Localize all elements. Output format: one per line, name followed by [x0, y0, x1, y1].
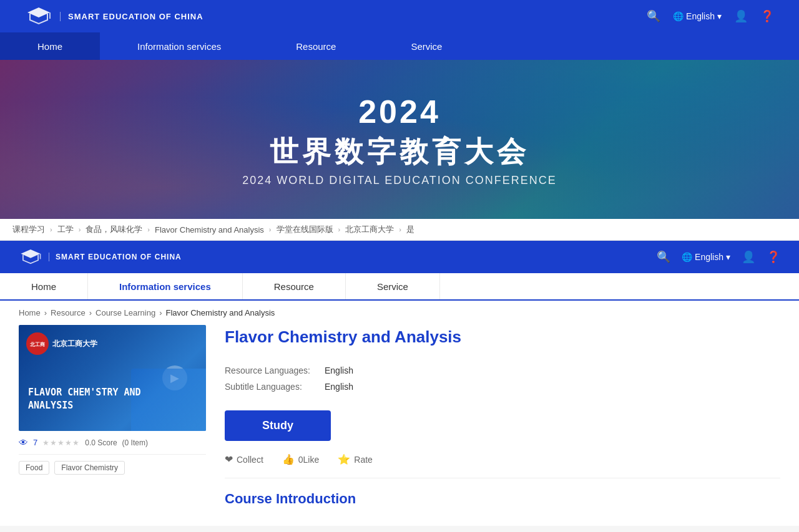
thumbnail-title-line1: FLAVOR CHEM'STRY AND	[28, 386, 141, 399]
bc-item-5[interactable]: 北京工商大学	[345, 224, 394, 235]
svg-text:北工商: 北工商	[29, 341, 45, 347]
hero-subtitle: 2024 WORLD DIGITAL EDUCATION CONFERENCE	[242, 173, 557, 186]
globe-icon: 🌐	[673, 11, 684, 21]
user-icon[interactable]: 👤	[734, 9, 748, 23]
breadcrumb-home[interactable]: Home	[19, 308, 41, 317]
university-badge: 北工商 北京工商大学	[26, 332, 97, 355]
collect-action[interactable]: ❤ Collect	[225, 453, 263, 465]
logo-area: SMART EDUCATION OF CHINA	[25, 2, 203, 30]
course-thumbnail-image: 北工商 北京工商大学 ▶ FLAVOR CHEM'STRY AND ANALYS…	[19, 325, 206, 431]
second-logo: SMART EDUCATION OF CHINA	[19, 245, 182, 269]
bc-item-2[interactable]: 食品，风味化学	[86, 224, 142, 235]
bc-sep-3: ›	[269, 226, 272, 233]
page-breadcrumb: Home › Resource › Course Learning › Flav…	[0, 301, 799, 325]
rate-action[interactable]: ⭐ Rate	[338, 453, 373, 465]
header-right: 🔍 🌐 English ▾ 👤 ❓	[647, 9, 774, 23]
meta-views-row: 👁 7 ★★★★★ 0.0 Score (0 Item)	[19, 437, 206, 448]
bc-item-4[interactable]: 学堂在线国际版	[277, 224, 333, 235]
second-user-icon[interactable]: 👤	[742, 250, 755, 264]
resource-languages-row: Resource Languages: English	[225, 365, 780, 375]
action-row: ❤ Collect 👍 0Like ⭐ Rate	[225, 453, 780, 478]
star-rating: ★★★★★	[42, 438, 80, 447]
logo-icon	[25, 2, 52, 30]
hero-title-chinese: 世界数字教育大会	[242, 132, 557, 171]
tag-food[interactable]: Food	[19, 461, 49, 475]
second-site-name: SMART EDUCATION OF CHINA	[49, 253, 182, 261]
resource-languages-value: English	[325, 365, 353, 375]
dropdown-arrow: ▾	[717, 11, 722, 21]
score-count: (0 Item)	[122, 438, 148, 447]
category-breadcrumb-bar: 课程学习 › 工学 › 食品，风味化学 › Flavor Chemistry a…	[0, 219, 799, 241]
breadcrumb-sep-2: ›	[159, 308, 162, 317]
subtitle-languages-label: Subtitle Languages:	[225, 382, 325, 392]
collect-label: Collect	[237, 455, 263, 465]
like-icon: 👍	[282, 453, 295, 465]
view-count: 7	[33, 438, 37, 447]
second-nav-home[interactable]: Home	[0, 273, 88, 299]
university-name: 北京工商大学	[52, 339, 97, 349]
course-title: Flavor Chemistry and Analysis	[225, 327, 780, 347]
second-help-icon[interactable]: ❓	[767, 250, 780, 264]
breadcrumb-current: Flavor Chemistry and Analysis	[165, 308, 275, 317]
second-search-icon[interactable]: 🔍	[657, 250, 670, 264]
second-nav: Home Information services Resource Servi…	[0, 273, 799, 301]
top-nav: Home Information services Resource Servi…	[0, 32, 799, 60]
main-content: 北工商 北京工商大学 ▶ FLAVOR CHEM'STRY AND ANALYS…	[0, 325, 799, 526]
thumbnail-title-line2: ANALYSIS	[28, 399, 141, 412]
eye-icon: 👁	[19, 437, 28, 448]
second-nav-information-services[interactable]: Information services	[88, 273, 243, 299]
second-nav-service[interactable]: Service	[346, 273, 440, 299]
subtitle-languages-row: Subtitle Languages: English	[225, 382, 780, 392]
svg-marker-1	[27, 7, 50, 17]
top-header: SMART EDUCATION OF CHINA 🔍 🌐 English ▾ 👤…	[0, 0, 799, 32]
second-header-right: 🔍 🌐 English ▾ 👤 ❓	[657, 250, 780, 264]
second-dropdown-arrow: ▾	[726, 252, 730, 262]
heart-icon: ❤	[225, 453, 233, 465]
language-selector[interactable]: 🌐 English ▾	[673, 11, 722, 21]
site-name: SMART EDUCATION OF CHINA	[60, 12, 203, 21]
second-language-selector[interactable]: 🌐 English ▾	[682, 252, 730, 262]
bc-sep-0: ›	[50, 226, 52, 233]
university-logo: 北工商	[26, 332, 49, 355]
bc-sep-2: ›	[147, 226, 150, 233]
hero-year: 2024	[242, 92, 557, 130]
course-intro-heading: Course Introduction	[225, 491, 780, 507]
second-header: SMART EDUCATION OF CHINA 🔍 🌐 English ▾ 👤…	[0, 241, 799, 273]
nav-home[interactable]: Home	[0, 32, 100, 60]
lang-label: English	[686, 11, 715, 21]
course-detail-panel: Flavor Chemistry and Analysis Resource L…	[225, 325, 780, 507]
breadcrumb-resource[interactable]: Resource	[51, 308, 86, 317]
second-nav-resource[interactable]: Resource	[243, 273, 346, 299]
nav-service[interactable]: Service	[373, 32, 479, 60]
subtitle-languages-value: English	[325, 382, 353, 392]
bc-item-3[interactable]: Flavor Chemistry and Analysis	[155, 225, 264, 235]
breadcrumb-course-learning[interactable]: Course Learning	[96, 308, 155, 317]
nav-information-services[interactable]: Information services	[100, 32, 258, 60]
course-meta: 👁 7 ★★★★★ 0.0 Score (0 Item)	[19, 431, 206, 455]
svg-marker-3	[21, 249, 40, 258]
search-icon[interactable]: 🔍	[647, 9, 660, 23]
thumbnail-decoration	[131, 369, 206, 431]
second-globe-icon: 🌐	[682, 252, 692, 262]
tag-row: Food Flavor Chemistry	[19, 461, 206, 475]
breadcrumb-sep-0: ›	[44, 308, 47, 317]
course-thumbnail-panel: 北工商 北京工商大学 ▶ FLAVOR CHEM'STRY AND ANALYS…	[19, 325, 206, 475]
bc-item-0[interactable]: 课程学习	[12, 224, 45, 235]
hero-banner: 2024 世界数字教育大会 2024 WORLD DIGITAL EDUCATI…	[0, 60, 799, 219]
second-logo-icon	[19, 245, 42, 269]
bc-sep-4: ›	[338, 226, 341, 233]
like-label: 0Like	[298, 455, 319, 465]
like-action[interactable]: 👍 0Like	[282, 453, 319, 465]
nav-resource[interactable]: Resource	[258, 32, 373, 60]
bc-sep-5: ›	[399, 226, 401, 233]
study-button[interactable]: Study	[225, 410, 331, 441]
help-icon[interactable]: ❓	[760, 9, 774, 23]
hero-content: 2024 世界数字教育大会 2024 WORLD DIGITAL EDUCATI…	[242, 92, 557, 186]
thumbnail-title: FLAVOR CHEM'STRY AND ANALYSIS	[28, 386, 141, 412]
tag-flavor-chemistry[interactable]: Flavor Chemistry	[54, 461, 125, 475]
bc-item-1[interactable]: 工学	[57, 224, 74, 235]
score-value: 0.0 Score	[85, 438, 117, 447]
breadcrumb-sep-1: ›	[89, 308, 92, 317]
bc-sep-1: ›	[79, 226, 81, 233]
bc-item-6[interactable]: 是	[406, 224, 414, 235]
